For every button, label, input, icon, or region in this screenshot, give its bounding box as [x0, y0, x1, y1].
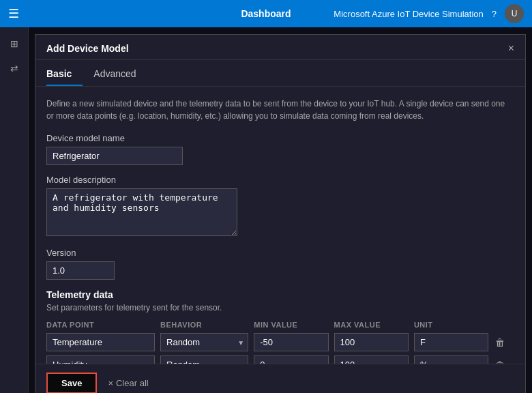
row1-maxval — [334, 333, 409, 351]
save-button[interactable]: Save — [46, 373, 97, 393]
description-text: Define a new simulated device and the te… — [46, 98, 514, 122]
row2-maxval — [334, 355, 409, 364]
app-name-label: Microsoft Azure IoT Device Simulation — [334, 9, 483, 19]
main-content: Add Device Model × Basic Advanced Define… — [29, 27, 532, 393]
row1-unit-input[interactable] — [414, 333, 488, 351]
row1-datapoint-input[interactable] — [46, 333, 155, 351]
header-behavior: BEHAVIOR — [160, 321, 248, 329]
row2-delete-button[interactable]: 🗑 — [494, 358, 506, 364]
modal-body: Define a new simulated device and the te… — [35, 87, 525, 364]
clear-all-button[interactable]: × Clear all — [108, 378, 148, 388]
hamburger-icon[interactable]: ☰ — [8, 6, 19, 21]
tabs: Basic Advanced — [35, 63, 525, 87]
row2-minval — [254, 355, 328, 364]
telemetry-subtitle: Set parameters for telemetry sent for th… — [46, 303, 514, 312]
topbar: ☰ Dashboard Microsoft Azure IoT Device S… — [0, 0, 532, 27]
row1-maxval-input[interactable] — [334, 333, 409, 351]
modal-footer: Save × Clear all — [35, 364, 525, 393]
row1-minval — [254, 333, 328, 351]
telemetry-title: Telemetry data — [46, 289, 514, 300]
model-description-group: Model description A refrigerator with te… — [46, 175, 514, 238]
sidebar-icon-grid[interactable]: ⊞ — [3, 33, 25, 55]
sidebar-icon-transfer[interactable]: ⇄ — [3, 57, 25, 79]
modal-title: Add Device Model — [46, 43, 129, 54]
header-max-value: MAX VALUE — [334, 321, 409, 329]
row1-action: 🗑 — [494, 336, 514, 349]
row2-unit-input[interactable] — [414, 355, 488, 364]
model-description-input[interactable]: A refrigerator with temperature and humi… — [46, 188, 237, 236]
clear-label: Clear all — [116, 378, 149, 388]
row2-behavior: Random Increment Decrement ▼ — [160, 355, 248, 364]
modal-overlay: Add Device Model × Basic Advanced Define… — [29, 27, 532, 393]
modal: Add Device Model × Basic Advanced Define… — [35, 34, 526, 393]
row2-datapoint — [46, 355, 155, 364]
row2-unit — [414, 355, 488, 364]
modal-header: Add Device Model × — [35, 35, 525, 60]
row2-behavior-select[interactable]: Random Increment Decrement — [160, 355, 248, 364]
row2-action: 🗑 — [494, 358, 514, 364]
row1-behavior: Random Increment Decrement ▼ — [160, 333, 248, 351]
modal-close-button[interactable]: × — [508, 43, 514, 54]
table-row: Random Increment Decrement ▼ — [46, 355, 514, 364]
sidebar: ⊞ ⇄ — [0, 27, 29, 393]
header-unit: UNIT — [414, 321, 488, 329]
layout: ⊞ ⇄ Add Device Model × Basic Advanced De… — [0, 27, 532, 393]
telemetry-section: Telemetry data Set parameters for teleme… — [46, 289, 514, 364]
table-row: Random Increment Decrement ▼ — [46, 333, 514, 351]
topbar-left: ☰ — [8, 6, 19, 21]
device-model-name-input[interactable] — [46, 147, 183, 165]
avatar[interactable]: U — [505, 4, 524, 23]
row1-delete-button[interactable]: 🗑 — [494, 336, 506, 349]
version-group: Version — [46, 248, 514, 280]
device-model-name-label: Device model name — [46, 133, 514, 143]
tab-basic[interactable]: Basic — [46, 63, 83, 86]
row2-datapoint-input[interactable] — [46, 355, 155, 364]
header-action — [494, 321, 514, 329]
version-label: Version — [46, 248, 514, 258]
topbar-right: Microsoft Azure IoT Device Simulation ? … — [334, 4, 524, 23]
telemetry-headers: DATA POINT BEHAVIOR MIN VALUE MAX VALUE … — [46, 321, 514, 329]
header-data-point: DATA POINT — [46, 321, 155, 329]
row1-unit — [414, 333, 488, 351]
tab-advanced[interactable]: Advanced — [93, 63, 147, 86]
row1-minval-input[interactable] — [254, 333, 328, 351]
row2-minval-input[interactable] — [254, 355, 328, 364]
topbar-title: Dashboard — [241, 8, 291, 19]
device-model-name-group: Device model name — [46, 133, 514, 165]
row1-datapoint — [46, 333, 155, 351]
help-button[interactable]: ? — [492, 9, 497, 19]
row2-maxval-input[interactable] — [334, 355, 409, 364]
version-input[interactable] — [46, 261, 115, 280]
clear-icon: × — [108, 378, 113, 388]
row1-behavior-select[interactable]: Random Increment Decrement — [160, 333, 248, 351]
header-min-value: MIN VALUE — [254, 321, 328, 329]
model-description-label: Model description — [46, 175, 514, 185]
